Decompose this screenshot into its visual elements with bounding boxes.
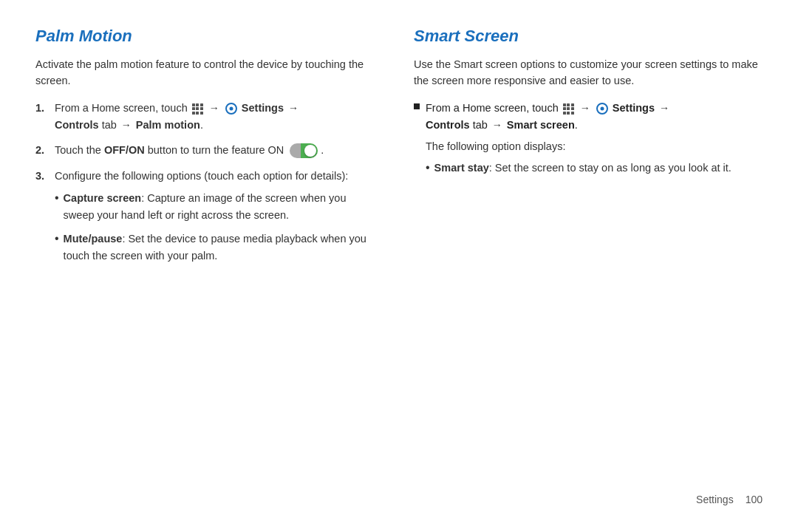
step-2-content: Touch the OFF/ON button to turn the feat… bbox=[55, 142, 369, 158]
step-3-number: 3. bbox=[35, 168, 52, 184]
arrow-icon-3: → bbox=[121, 119, 132, 131]
smart-screen-section: Smart Screen Use the Smart screen option… bbox=[399, 27, 763, 486]
arrow-icon-1: → bbox=[209, 102, 219, 114]
smart-screen-link: Smart screen bbox=[507, 119, 575, 131]
bullet-smart-stay-text: Smart stay: Set the screen to stay on as… bbox=[434, 160, 732, 176]
controls-label-1: Controls bbox=[55, 119, 99, 131]
page: Palm Motion Activate the palm motion fea… bbox=[0, 0, 798, 532]
bullet-dot-2: • bbox=[55, 231, 59, 247]
footer-label: Settings bbox=[696, 494, 734, 505]
apps-icon-right bbox=[563, 103, 574, 115]
palm-motion-steps: 1. From a Home screen, touch → Settings … bbox=[35, 100, 369, 271]
toggle-thumb bbox=[304, 145, 316, 157]
settings-label-1: Settings bbox=[242, 102, 287, 114]
step-1-number: 1. bbox=[35, 100, 52, 116]
following-option-text: The following option displays: bbox=[426, 140, 763, 152]
bullet-mute: • Mute/pause: Set the device to pause me… bbox=[55, 231, 369, 264]
smart-screen-step: From a Home screen, touch → Settings → C… bbox=[414, 100, 763, 133]
smart-screen-title: Smart Screen bbox=[414, 27, 763, 46]
smart-screen-intro: Use the Smart screen options to customiz… bbox=[414, 56, 763, 89]
settings-icon-1 bbox=[225, 103, 237, 115]
bullet-smart-stay: • Smart stay: Set the screen to stay on … bbox=[426, 160, 763, 176]
toggle-track bbox=[290, 143, 318, 158]
smart-screen-bullets: • Smart stay: Set the screen to stay on … bbox=[426, 160, 763, 176]
page-number: 100 bbox=[746, 494, 763, 505]
apps-icon bbox=[192, 103, 203, 115]
page-footer: Settings 100 bbox=[35, 486, 763, 505]
arrow-icon-r3: → bbox=[492, 119, 502, 131]
palm-motion-intro: Activate the palm motion feature to cont… bbox=[35, 56, 369, 89]
step-1-content: From a Home screen, touch → Settings → C… bbox=[55, 100, 369, 133]
palm-motion-bullets: • Capture screen: Capture an image of th… bbox=[55, 190, 369, 264]
arrow-icon-r1: → bbox=[580, 102, 590, 114]
square-bullet-icon bbox=[414, 103, 420, 109]
arrow-icon-2: → bbox=[288, 102, 299, 114]
bullet-mute-text: Mute/pause: Set the device to pause medi… bbox=[64, 231, 369, 264]
off-on-label: OFF/ON bbox=[104, 144, 145, 156]
settings-label-right: Settings bbox=[613, 102, 658, 114]
step-3-content: Configure the following options (touch e… bbox=[55, 168, 369, 271]
palm-motion-title: Palm Motion bbox=[35, 27, 369, 46]
smart-screen-step-content: From a Home screen, touch → Settings → C… bbox=[426, 100, 763, 133]
arrow-icon-r2: → bbox=[659, 102, 669, 114]
palm-motion-section: Palm Motion Activate the palm motion fea… bbox=[35, 27, 399, 486]
bullet-dot-1: • bbox=[55, 190, 59, 206]
bullet-capture: • Capture screen: Capture an image of th… bbox=[55, 190, 369, 223]
bullet-dot-right: • bbox=[426, 160, 430, 176]
step-2: 2. Touch the OFF/ON button to turn the f… bbox=[35, 142, 369, 158]
step-2-number: 2. bbox=[35, 142, 52, 158]
bullet-capture-text: Capture screen: Capture an image of the … bbox=[64, 190, 369, 223]
step-1: 1. From a Home screen, touch → Settings … bbox=[35, 100, 369, 133]
toggle-switch[interactable] bbox=[290, 143, 318, 158]
palm-motion-label: Palm motion bbox=[136, 119, 200, 131]
step-3: 3. Configure the following options (touc… bbox=[35, 168, 369, 271]
controls-label-right: Controls bbox=[426, 119, 470, 131]
settings-icon-right bbox=[596, 103, 608, 115]
